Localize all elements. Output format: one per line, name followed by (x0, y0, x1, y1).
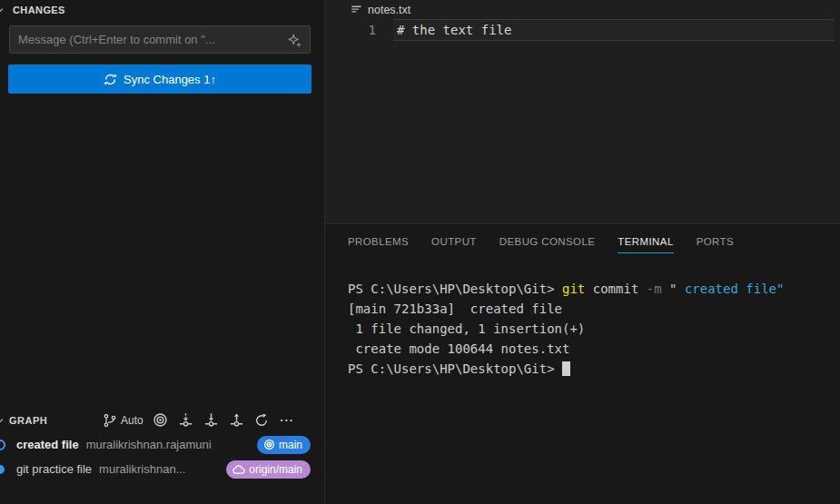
tab-problems[interactable]: PROBLEMS (348, 236, 409, 253)
commit-message: git practice file (16, 462, 92, 476)
tab-terminal[interactable]: TERMINAL (618, 236, 673, 253)
terminal-line: PS C:\Users\HP\Desktop\Git> git commit -… (348, 279, 833, 299)
git-push-icon[interactable] (228, 411, 245, 429)
sync-changes-label: Sync Changes 1↑ (124, 73, 216, 86)
commit-message: created file (16, 438, 79, 451)
branch-badge-label: origin/main (249, 463, 302, 476)
commit-message-box (9, 25, 311, 54)
graph-toolbar: Auto (101, 408, 296, 432)
graph-auto-label: Auto (121, 414, 143, 427)
terminal-line: 1 file changed, 1 insertion(+) (348, 319, 833, 339)
chevron-down-icon (0, 5, 3, 13)
changes-section-header[interactable]: CHANGES (0, 0, 324, 20)
tab-ports[interactable]: PORTS (697, 236, 734, 253)
graph-auto-toggle[interactable]: Auto (101, 411, 143, 429)
more-actions-icon[interactable]: ··· (279, 411, 296, 429)
terminal-output[interactable]: PS C:\Users\HP\Desktop\Git> git commit -… (348, 279, 833, 379)
terminal-line: PS C:\Users\HP\Desktop\Git> (348, 359, 833, 379)
commit-author: muralikrishnan... (99, 462, 185, 476)
terminal-cursor (562, 361, 570, 376)
editor-area: notes.txt 1 # the text file (325, 0, 840, 223)
bottom-panel: PROBLEMSOUTPUTDEBUG CONSOLETERMINALPORTS… (325, 223, 840, 504)
git-fetch-icon[interactable] (177, 411, 194, 429)
source-control-sidebar: CHANGES Sync Changes 1↑ GRAPH (0, 0, 325, 504)
target-icon[interactable] (152, 411, 169, 429)
copilot-sparkle-icon[interactable] (287, 33, 303, 49)
terminal-line: [main 721b33a] created file (348, 299, 833, 319)
git-branch-icon (101, 411, 118, 429)
commit-dot-icon (0, 440, 5, 450)
branch-badge-main[interactable]: main (257, 436, 311, 454)
changes-header-label: CHANGES (13, 5, 65, 15)
commit-author: muralikrishnan.rajamuni (86, 438, 212, 451)
sync-changes-button[interactable]: Sync Changes 1↑ (8, 64, 311, 94)
tab-output[interactable]: OUTPUT (431, 236, 477, 253)
text-file-icon (351, 4, 362, 15)
line-content: # the text file (393, 19, 835, 41)
commit-dot-icon (0, 465, 5, 474)
refresh-icon[interactable] (253, 411, 271, 429)
sync-icon (104, 73, 117, 86)
git-pull-icon[interactable] (203, 411, 220, 429)
panel-tabs: PROBLEMSOUTPUTDEBUG CONSOLETERMINALPORTS (348, 236, 734, 253)
editor-tab-notes[interactable]: notes.txt (325, 0, 840, 19)
tab-debug-console[interactable]: DEBUG CONSOLE (499, 236, 596, 253)
terminal-line: create mode 100644 notes.txt (348, 339, 833, 359)
graph-rows: created filemuralikrishnan.rajamunimaing… (0, 432, 325, 481)
commit-message-input[interactable] (10, 26, 310, 53)
chevron-down-icon (0, 416, 3, 423)
branch-badge-label: main (279, 439, 302, 451)
cloud-icon (232, 464, 245, 475)
graph-commit-row[interactable]: created filemuralikrishnan.rajamunimain (0, 432, 325, 457)
graph-commit-row[interactable]: git practice filemuralikrishnan...origin… (0, 457, 325, 481)
editor-line[interactable]: 1 # the text file (325, 19, 840, 41)
line-number: 1 (325, 19, 376, 41)
branch-badge-origin-main[interactable]: origin/main (226, 460, 311, 479)
editor-tab-label: notes.txt (368, 4, 410, 16)
graph-header-label: GRAPH (9, 415, 47, 426)
graph-section-header[interactable]: GRAPH Auto (0, 408, 325, 432)
target-icon (263, 439, 275, 450)
